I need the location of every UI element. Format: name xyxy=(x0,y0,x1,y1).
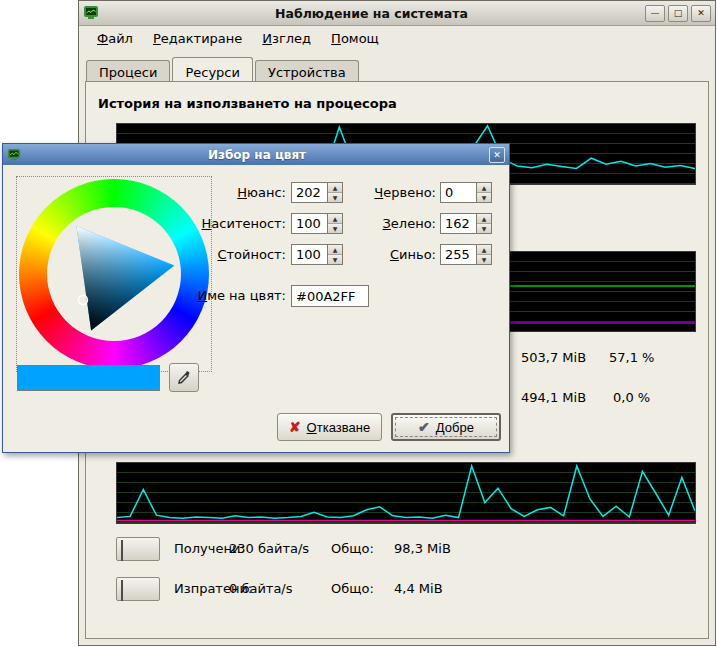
eyedropper-icon xyxy=(176,370,192,386)
green-spinbox[interactable]: 162 ▲▼ xyxy=(440,213,492,234)
color-name-input[interactable] xyxy=(291,285,369,307)
swap-percent: 0,0 % xyxy=(613,390,650,405)
value-label: Стойност: xyxy=(153,247,286,262)
network-history-chart xyxy=(116,462,696,524)
hue-value[interactable]: 202 xyxy=(292,183,327,202)
menu-file[interactable]: Файл xyxy=(87,28,143,49)
red-value[interactable]: 0 xyxy=(441,183,476,202)
blue-spinbox[interactable]: 255 ▲▼ xyxy=(440,244,492,265)
cpu-history-heading: История на използването на процесора xyxy=(98,96,397,111)
memory-amount: 503,7 MiB xyxy=(521,350,586,365)
cancel-x-icon: ✘ xyxy=(289,420,301,434)
received-total: 98,3 MiB xyxy=(394,541,451,556)
menu-help[interactable]: Помощ xyxy=(321,28,389,49)
spin-up-icon[interactable]: ▲ xyxy=(477,245,491,254)
blue-value[interactable]: 255 xyxy=(441,245,476,264)
app-icon xyxy=(83,5,101,21)
swap-amount: 494,1 MiB xyxy=(521,390,586,405)
green-label: Зелено: xyxy=(333,216,436,231)
spin-up-icon[interactable]: ▲ xyxy=(477,183,491,192)
hue-ring[interactable] xyxy=(19,179,209,369)
red-spinbox[interactable]: 0 ▲▼ xyxy=(440,182,492,203)
sent-total-label: Общо: xyxy=(331,581,374,596)
close-icon[interactable]: ✕ xyxy=(691,5,711,22)
ok-button[interactable]: ✔ Добре xyxy=(391,413,501,441)
cancel-button[interactable]: ✘ Отказване xyxy=(277,413,382,441)
received-total-label: Общо: xyxy=(331,541,374,556)
green-value[interactable]: 162 xyxy=(441,214,476,233)
spin-up-icon[interactable]: ▲ xyxy=(477,214,491,223)
color-name-label: Име на цвят: xyxy=(153,288,286,303)
memory-percent: 57,1 % xyxy=(609,350,654,365)
blue-label: Синьо: xyxy=(333,247,436,262)
value-value[interactable]: 100 xyxy=(292,245,327,264)
red-label: Червено: xyxy=(333,185,436,200)
dialog-titlebar[interactable]: Избор на цвят ✕ xyxy=(3,144,509,165)
color-marker[interactable] xyxy=(79,296,88,305)
dialog-title: Избор на цвят xyxy=(25,148,489,162)
cancel-label: Отказване xyxy=(307,420,371,435)
sent-rate: 0 байта/s xyxy=(229,581,293,596)
color-wheel-frame xyxy=(16,176,212,372)
eyedropper-button[interactable] xyxy=(169,363,199,392)
dialog-icon xyxy=(7,147,25,163)
hue-label: Нюанс: xyxy=(153,185,286,200)
ok-check-icon: ✔ xyxy=(418,420,430,434)
color-picker-dialog: Избор на цвят ✕ xyxy=(2,143,510,453)
received-rate: 230 байта/s xyxy=(229,541,309,556)
maximize-icon[interactable]: □ xyxy=(668,5,688,22)
sent-color-button[interactable] xyxy=(116,577,160,601)
color-preview xyxy=(17,365,160,391)
spin-down-icon[interactable]: ▼ xyxy=(477,254,491,264)
saturation-value[interactable]: 100 xyxy=(292,214,327,233)
spin-down-icon[interactable]: ▼ xyxy=(477,223,491,233)
hsv-triangle[interactable] xyxy=(19,179,209,369)
minimize-icon[interactable]: — xyxy=(645,5,665,22)
dialog-close-icon[interactable]: ✕ xyxy=(489,147,505,163)
received-color-swatch xyxy=(121,540,123,561)
menubar: Файл Редактиране Изглед Помощ xyxy=(79,26,715,50)
ok-label: Добре xyxy=(436,420,474,435)
sent-color-swatch xyxy=(121,580,123,601)
main-titlebar[interactable]: Наблюдение на системата — □ ✕ xyxy=(79,1,715,26)
screen: Наблюдение на системата — □ ✕ Файл Редак… xyxy=(0,0,717,647)
saturation-label: Наситеност: xyxy=(153,216,286,231)
window-title: Наблюдение на системата xyxy=(101,6,642,21)
sent-total: 4,4 MiB xyxy=(394,581,443,596)
menu-view[interactable]: Изглед xyxy=(252,28,321,49)
received-color-button[interactable] xyxy=(116,537,160,561)
spin-down-icon[interactable]: ▼ xyxy=(477,192,491,202)
menu-edit[interactable]: Редактиране xyxy=(143,28,252,49)
